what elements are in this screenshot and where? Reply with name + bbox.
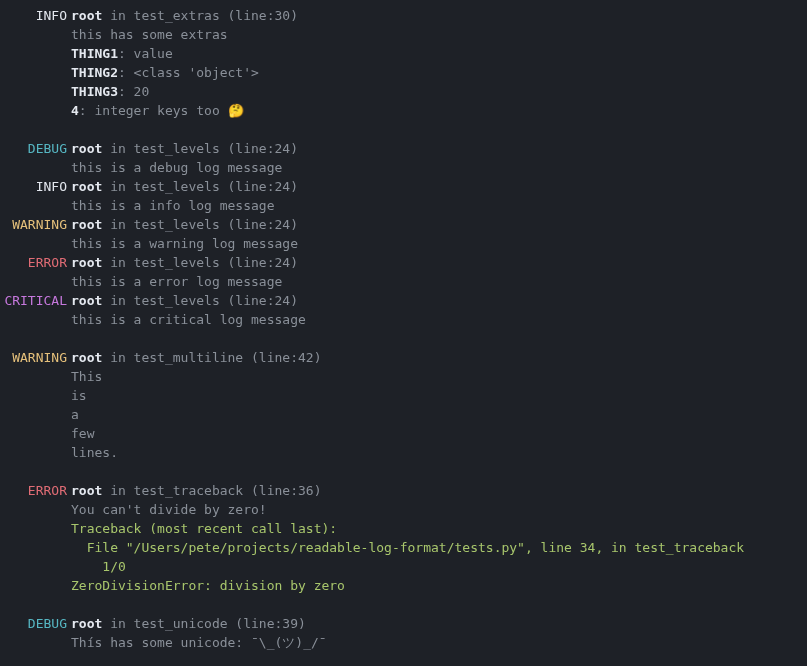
log-message: this is a debug log message bbox=[71, 160, 282, 175]
log-text: is bbox=[71, 386, 87, 405]
log-text bbox=[71, 120, 79, 139]
log-message-row: this is a info log message bbox=[0, 196, 807, 215]
log-header: INFOroot in test_levels (line:24) bbox=[0, 177, 807, 196]
log-location: in test_multiline (line:42) bbox=[102, 350, 321, 365]
log-message-row: this is a critical log message bbox=[0, 310, 807, 329]
log-location: in test_unicode (line:39) bbox=[102, 616, 306, 631]
log-level: INFO bbox=[0, 6, 71, 25]
log-header: ERRORroot in test_levels (line:24) bbox=[0, 253, 807, 272]
log-text: this is a critical log message bbox=[71, 310, 306, 329]
log-extra-row: THING1: value bbox=[0, 44, 807, 63]
log-level: CRITICAL bbox=[0, 291, 71, 310]
log-text: root in test_extras (line:30) bbox=[71, 6, 298, 25]
log-message: lines. bbox=[71, 445, 118, 460]
log-text: root in test_levels (line:24) bbox=[71, 215, 298, 234]
log-text: You can't divide by zero! bbox=[71, 500, 267, 519]
log-header: WARNINGroot in test_multiline (line:42) bbox=[0, 348, 807, 367]
traceback-line: ZeroDivisionError: division by zero bbox=[71, 578, 345, 593]
extra-key: THING3 bbox=[71, 84, 118, 99]
log-message: this is a info log message bbox=[71, 198, 275, 213]
log-text: root in test_multiline (line:42) bbox=[71, 348, 321, 367]
log-spacer bbox=[0, 595, 807, 614]
log-header: WARNINGroot in test_levels (line:24) bbox=[0, 215, 807, 234]
logger-name: root bbox=[71, 217, 102, 232]
log-spacer bbox=[0, 462, 807, 481]
log-text bbox=[71, 462, 79, 481]
log-message: This bbox=[71, 369, 102, 384]
log-text: Thís has some unicode: ¯\_(ツ)_/¯ bbox=[71, 633, 327, 652]
terminal-output: INFOroot in test_extras (line:30)this ha… bbox=[0, 0, 807, 652]
logger-name: root bbox=[71, 255, 102, 270]
log-message: Thís has some unicode: ¯\_(ツ)_/¯ bbox=[71, 635, 327, 650]
log-text bbox=[71, 329, 79, 348]
log-text: 1/0 bbox=[71, 557, 126, 576]
log-text: Traceback (most recent call last): bbox=[71, 519, 337, 538]
log-text: 4: integer keys too 🤔 bbox=[71, 101, 244, 120]
extra-key: THING2 bbox=[71, 65, 118, 80]
log-message-row: Thís has some unicode: ¯\_(ツ)_/¯ bbox=[0, 633, 807, 652]
log-message: this is a critical log message bbox=[71, 312, 306, 327]
log-text: few bbox=[71, 424, 94, 443]
log-location: in test_levels (line:24) bbox=[102, 217, 298, 232]
traceback-line: File "/Users/pete/projects/readable-log-… bbox=[71, 540, 744, 555]
log-message-row: This bbox=[0, 367, 807, 386]
log-spacer bbox=[0, 329, 807, 348]
log-location: in test_traceback (line:36) bbox=[102, 483, 321, 498]
log-text: a bbox=[71, 405, 79, 424]
log-text: root in test_unicode (line:39) bbox=[71, 614, 306, 633]
log-text: this is a info log message bbox=[71, 196, 275, 215]
log-level: DEBUG bbox=[0, 614, 71, 633]
log-message: this has some extras bbox=[71, 27, 228, 42]
extra-key: THING1 bbox=[71, 46, 118, 61]
log-header: ERRORroot in test_traceback (line:36) bbox=[0, 481, 807, 500]
log-text: THING1: value bbox=[71, 44, 173, 63]
log-text: lines. bbox=[71, 443, 118, 462]
log-location: in test_levels (line:24) bbox=[102, 293, 298, 308]
extra-value: : <class 'object'> bbox=[118, 65, 259, 80]
log-traceback-row: File "/Users/pete/projects/readable-log-… bbox=[0, 538, 807, 557]
logger-name: root bbox=[71, 483, 102, 498]
logger-name: root bbox=[71, 350, 102, 365]
log-header: DEBUGroot in test_unicode (line:39) bbox=[0, 614, 807, 633]
log-message: is bbox=[71, 388, 87, 403]
logger-name: root bbox=[71, 8, 102, 23]
log-text: this is a debug log message bbox=[71, 158, 282, 177]
extra-value: : value bbox=[118, 46, 173, 61]
log-header: INFOroot in test_extras (line:30) bbox=[0, 6, 807, 25]
log-traceback-row: Traceback (most recent call last): bbox=[0, 519, 807, 538]
log-message-row: this has some extras bbox=[0, 25, 807, 44]
log-text: File "/Users/pete/projects/readable-log-… bbox=[71, 538, 744, 557]
log-message-row: You can't divide by zero! bbox=[0, 500, 807, 519]
log-location: in test_levels (line:24) bbox=[102, 141, 298, 156]
log-location: in test_levels (line:24) bbox=[102, 255, 298, 270]
log-text: THING3: 20 bbox=[71, 82, 149, 101]
log-level: WARNING bbox=[0, 348, 71, 367]
log-message-row: few bbox=[0, 424, 807, 443]
log-traceback-row: 1/0 bbox=[0, 557, 807, 576]
log-text: root in test_levels (line:24) bbox=[71, 253, 298, 272]
log-location: in test_extras (line:30) bbox=[102, 8, 298, 23]
logger-name: root bbox=[71, 179, 102, 194]
logger-name: root bbox=[71, 293, 102, 308]
log-text: ZeroDivisionError: division by zero bbox=[71, 576, 345, 595]
log-header: CRITICALroot in test_levels (line:24) bbox=[0, 291, 807, 310]
log-message-row: this is a warning log message bbox=[0, 234, 807, 253]
log-level: WARNING bbox=[0, 215, 71, 234]
traceback-line: Traceback (most recent call last): bbox=[71, 521, 337, 536]
log-text: this is a error log message bbox=[71, 272, 282, 291]
log-level: DEBUG bbox=[0, 139, 71, 158]
log-text: root in test_levels (line:24) bbox=[71, 139, 298, 158]
extra-value: : 20 bbox=[118, 84, 149, 99]
log-message-row: lines. bbox=[0, 443, 807, 462]
log-message: this is a error log message bbox=[71, 274, 282, 289]
log-extra-row: 4: integer keys too 🤔 bbox=[0, 101, 807, 120]
log-message-row: this is a debug log message bbox=[0, 158, 807, 177]
log-level: ERROR bbox=[0, 253, 71, 272]
log-text: root in test_traceback (line:36) bbox=[71, 481, 321, 500]
log-text: root in test_levels (line:24) bbox=[71, 177, 298, 196]
logger-name: root bbox=[71, 616, 102, 631]
log-spacer bbox=[0, 120, 807, 139]
log-text bbox=[71, 595, 79, 614]
log-level: INFO bbox=[0, 177, 71, 196]
log-message: few bbox=[71, 426, 94, 441]
